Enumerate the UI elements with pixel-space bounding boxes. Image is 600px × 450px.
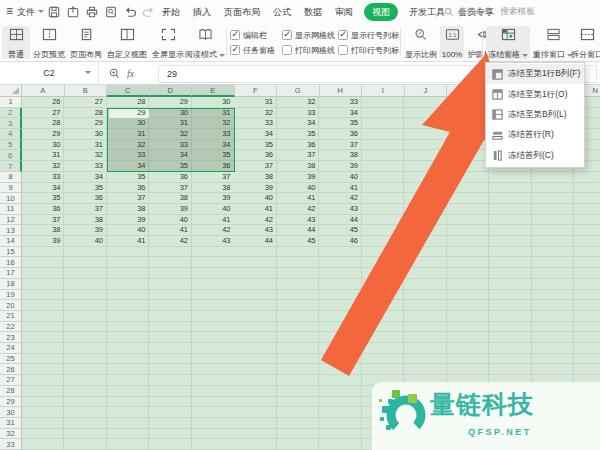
cell[interactable]: 43 (277, 215, 320, 226)
column-header-B[interactable]: B (65, 85, 108, 97)
cell[interactable]: 36 (65, 193, 108, 204)
cell[interactable]: 30 (150, 108, 193, 119)
row-header-5[interactable]: 5 (0, 140, 22, 151)
column-header-D[interactable]: D (150, 85, 193, 97)
cell[interactable]: 37 (235, 161, 278, 172)
cell[interactable]: 30 (65, 129, 108, 140)
menu-item-freeze-to-colB[interactable]: 冻结至第B列(L) (486, 105, 584, 125)
row-header-1[interactable]: 1 (0, 97, 22, 108)
row-header-18[interactable]: 18 (0, 279, 22, 290)
cell[interactable]: 29 (150, 97, 193, 108)
row-header-2[interactable]: 2 (0, 108, 22, 119)
cell[interactable]: 38 (22, 225, 65, 236)
cell[interactable]: 43 (192, 236, 235, 247)
menu-item-freeze-first-col[interactable]: 冻结首列(C) (486, 146, 584, 166)
reading-mode-button[interactable]: 阅读模式 (186, 26, 224, 59)
row-header-26[interactable]: 26 (0, 364, 22, 375)
cell[interactable]: 33 (22, 172, 65, 183)
cell[interactable]: 31 (65, 140, 108, 151)
cell[interactable]: 41 (235, 204, 278, 215)
full-screen-button[interactable]: 全屏显示 (150, 26, 186, 59)
menu-item-freeze-to-row1[interactable]: 冻结至第1行(O) (486, 84, 584, 104)
column-header-I[interactable]: I (362, 85, 405, 97)
cell[interactable]: 39 (235, 183, 278, 194)
cell[interactable]: 31 (22, 150, 65, 161)
cell[interactable]: 38 (150, 193, 193, 204)
cell[interactable]: 37 (65, 204, 108, 215)
row-header-33[interactable]: 33 (0, 439, 22, 450)
tab-2[interactable]: 页面布局 (222, 4, 262, 21)
cell[interactable]: 36 (192, 161, 235, 172)
cell[interactable]: 31 (150, 118, 193, 129)
cell[interactable]: 36 (320, 129, 363, 140)
row-header-31[interactable]: 31 (0, 418, 22, 429)
cell[interactable]: 32 (150, 129, 193, 140)
row-header-25[interactable]: 25 (0, 354, 22, 365)
row-header-9[interactable]: 9 (0, 183, 22, 194)
cell[interactable]: 40 (277, 183, 320, 194)
fx-icon[interactable]: fx (127, 68, 134, 79)
redo-icon[interactable] (143, 6, 155, 18)
cell[interactable]: 40 (150, 215, 193, 226)
row-header-17[interactable]: 17 (0, 268, 22, 279)
checkbox-0[interactable]: 编辑栏 (230, 30, 267, 40)
tab-5[interactable]: 审阅 (333, 4, 355, 21)
cell[interactable]: 34 (320, 108, 363, 119)
cell[interactable]: 29 (107, 108, 150, 119)
cell[interactable]: 37 (320, 140, 363, 151)
cell[interactable]: 33 (150, 140, 193, 151)
cell[interactable]: 39 (65, 225, 108, 236)
cell[interactable]: 30 (22, 140, 65, 151)
cell[interactable]: 41 (192, 215, 235, 226)
row-header-22[interactable]: 22 (0, 322, 22, 333)
cell[interactable]: 40 (107, 225, 150, 236)
cell[interactable]: 36 (150, 172, 193, 183)
cell[interactable]: 42 (320, 193, 363, 204)
cell[interactable]: 33 (107, 150, 150, 161)
cell[interactable]: 37 (150, 183, 193, 194)
arrange-windows-button[interactable]: 重排窗口 (532, 26, 574, 59)
column-header-K[interactable]: K (447, 85, 490, 97)
cell[interactable]: 34 (107, 161, 150, 172)
normal-view-button[interactable]: 普通 (2, 26, 30, 59)
cell[interactable]: 46 (320, 236, 363, 247)
row-header-3[interactable]: 3 (0, 118, 22, 129)
cell[interactable]: 42 (150, 236, 193, 247)
row-header-29[interactable]: 29 (0, 397, 22, 408)
row-header-13[interactable]: 13 (0, 225, 22, 236)
cell[interactable]: 40 (192, 204, 235, 215)
cell[interactable]: 35 (192, 150, 235, 161)
export-icon[interactable] (67, 6, 79, 18)
cell[interactable]: 39 (277, 172, 320, 183)
cell[interactable]: 41 (107, 236, 150, 247)
cell[interactable]: 33 (192, 129, 235, 140)
cell[interactable]: 32 (107, 140, 150, 151)
checkbox-4[interactable]: 显示行号列标 (338, 30, 399, 40)
cell[interactable]: 33 (65, 161, 108, 172)
tab-6[interactable]: 视图 (364, 3, 398, 21)
cell[interactable]: 32 (235, 108, 278, 119)
freeze-panes-button[interactable]: 冻结窗格 (486, 26, 530, 59)
cell[interactable]: 41 (320, 183, 363, 194)
cell[interactable]: 34 (192, 140, 235, 151)
cell[interactable]: 40 (320, 172, 363, 183)
split-window-button[interactable]: 拆分窗口 (574, 26, 600, 59)
row-header-23[interactable]: 23 (0, 332, 22, 343)
row-header-19[interactable]: 19 (0, 290, 22, 301)
cell[interactable]: 37 (192, 172, 235, 183)
cell[interactable]: 30 (107, 118, 150, 129)
cell[interactable]: 39 (107, 215, 150, 226)
cell[interactable]: 44 (277, 225, 320, 236)
cell[interactable]: 41 (150, 225, 193, 236)
row-header-6[interactable]: 6 (0, 150, 22, 161)
row-header-20[interactable]: 20 (0, 300, 22, 311)
row-header-24[interactable]: 24 (0, 343, 22, 354)
name-box[interactable]: C2 (0, 62, 99, 84)
checkbox-5[interactable]: 打印行号列标 (338, 45, 399, 55)
row-header-21[interactable]: 21 (0, 311, 22, 322)
column-header-G[interactable]: G (277, 85, 320, 97)
cell[interactable]: 43 (320, 204, 363, 215)
row-header-27[interactable]: 27 (0, 375, 22, 386)
cell[interactable]: 28 (107, 97, 150, 108)
column-header-J[interactable]: J (405, 85, 448, 97)
